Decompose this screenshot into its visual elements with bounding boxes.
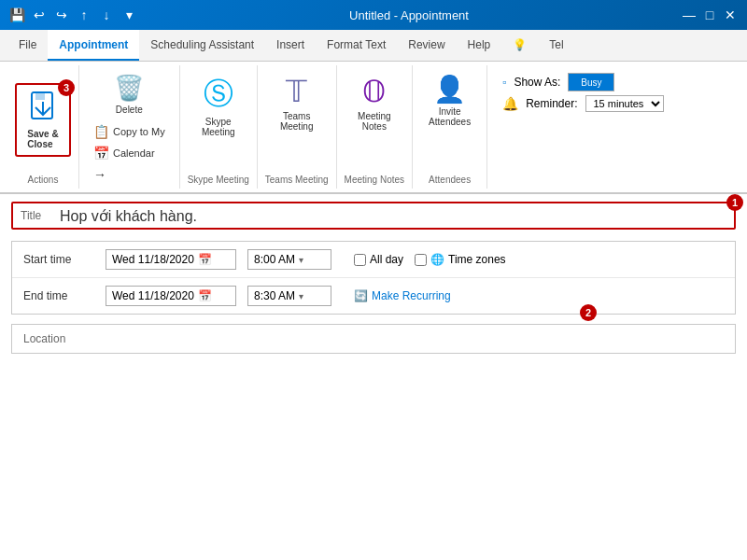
attendees-icon: 👤 <box>433 74 466 105</box>
start-time-arrow: ▾ <box>299 255 303 265</box>
title-badge: 1 <box>726 194 743 211</box>
tab-help[interactable]: Help <box>457 30 502 61</box>
dropdown-icon[interactable]: ▾ <box>120 6 138 24</box>
tab-more[interactable]: Tel <box>538 30 574 61</box>
title-row: Title <box>11 202 736 230</box>
up-icon[interactable]: ↑ <box>75 6 93 24</box>
skype-label: SkypeMeeting <box>202 117 235 137</box>
skype-meeting-button[interactable]: Ⓢ SkypeMeeting <box>193 69 244 142</box>
calendar-icon: 📅 <box>198 253 212 266</box>
calendar-icon: 📅 <box>93 146 109 161</box>
time-options: All day 🌐 Time zones <box>354 253 506 266</box>
delete-group: 🗑️ Delete 📋 Copy to My 📅 Calendar → <box>79 65 180 189</box>
notes-group: 𝕆 MeetingNotes Meeting Notes <box>337 65 413 189</box>
start-time-label: Start time <box>23 253 98 266</box>
timezones-label: Time zones <box>448 253 506 266</box>
title-bar: 💾 ↩ ↪ ↑ ↓ ▾ Untitled - Appointment — □ ✕ <box>0 0 747 30</box>
end-time-arrow: ▾ <box>299 291 303 301</box>
allday-label: All day <box>370 253 403 266</box>
title-label: Title <box>21 209 49 222</box>
forward-button[interactable]: → <box>87 164 172 185</box>
attendees-group: 👤 InviteAttendees Attendees <box>413 65 487 189</box>
tab-scheduling[interactable]: Scheduling Assistant <box>139 30 265 61</box>
bell-icon: 🔔 <box>502 96 518 111</box>
actions-group-label: Actions <box>28 175 59 185</box>
ribbon-tabs: File Appointment Scheduling Assistant In… <box>0 30 747 62</box>
window-title: Untitled - Appointment <box>146 8 672 22</box>
close-icon[interactable]: ✕ <box>721 6 740 24</box>
teams-icon: 𝕋 <box>286 74 307 109</box>
reminder-dropdown[interactable]: 15 minutes <box>585 95 664 112</box>
globe-icon: 🌐 <box>430 253 444 266</box>
start-time-row: Start time Wed 11/18/2020 📅 8:00 AM ▾ Al… <box>12 242 735 277</box>
copy-label: Copy to My <box>113 126 165 137</box>
skype-group: Ⓢ SkypeMeeting Skype Meeting <box>180 65 258 189</box>
end-time-badge: 2 <box>580 304 597 321</box>
start-time-picker[interactable]: 8:00 AM ▾ <box>247 249 331 270</box>
skype-group-label: Skype Meeting <box>188 175 249 185</box>
minimize-icon[interactable]: — <box>680 6 698 24</box>
copy-to-calendar-button[interactable]: 📋 Copy to My <box>87 121 172 142</box>
meeting-notes-button[interactable]: 𝕆 MeetingNotes <box>349 69 400 136</box>
allday-row: All day <box>354 253 403 266</box>
save-close-group: Save &Close 3 Actions <box>7 65 79 189</box>
forward-icon: → <box>93 167 106 182</box>
timezones-checkbox[interactable] <box>415 254 427 266</box>
calendar-label: Calendar <box>113 147 155 159</box>
teams-meeting-button[interactable]: 𝕋 TeamsMeeting <box>272 69 322 136</box>
delete-button[interactable]: 🗑️ Delete <box>106 69 152 119</box>
start-date-picker[interactable]: Wed 11/18/2020 📅 <box>106 249 236 270</box>
tab-file[interactable]: File <box>7 30 48 61</box>
end-date-value: Wed 11/18/2020 <box>112 289 194 302</box>
content-area: Title 1 Start time Wed 11/18/2020 📅 8:00… <box>0 194 747 560</box>
end-date-picker[interactable]: Wed 11/18/2020 📅 <box>106 286 236 306</box>
teams-group-label: Teams Meeting <box>265 175 329 185</box>
attendees-label: InviteAttendees <box>429 106 471 127</box>
tab-format[interactable]: Format Text <box>316 30 397 61</box>
make-recurring-button[interactable]: 🔄 Make Recurring <box>354 289 451 302</box>
save-close-icon <box>28 91 58 127</box>
tab-review[interactable]: Review <box>397 30 456 61</box>
title-section: Title 1 <box>11 202 736 230</box>
show-as-row: ▫ Show As: Busy <box>502 73 725 91</box>
location-row: Location <box>11 324 736 354</box>
busy-value: Busy <box>581 77 601 88</box>
start-date-value: Wed 11/18/2020 <box>112 253 194 266</box>
copy-icon: 📋 <box>93 124 109 139</box>
maximize-icon[interactable]: □ <box>700 6 719 24</box>
attendees-group-label: Attendees <box>429 175 471 185</box>
calendar-end-icon: 📅 <box>198 289 212 302</box>
show-as-icon: ▫ <box>502 76 506 89</box>
end-time-value: 8:30 AM <box>254 289 295 302</box>
invite-attendees-button[interactable]: 👤 InviteAttendees <box>420 69 479 132</box>
options-group: ▫ Show As: Busy 🔔 Reminder: 15 minutes O… <box>487 65 740 189</box>
busy-dropdown[interactable]: Busy <box>568 73 614 91</box>
end-time-picker[interactable]: 8:30 AM ▾ <box>247 286 331 306</box>
notes-label: MeetingNotes <box>358 111 391 132</box>
start-time-value: 8:00 AM <box>254 253 295 266</box>
tab-appointment[interactable]: Appointment <box>48 30 139 61</box>
delete-icon: 🗑️ <box>114 74 144 103</box>
undo-icon[interactable]: ↩ <box>30 6 49 24</box>
notes-group-label: Meeting Notes <box>345 175 404 185</box>
tab-lightbulb[interactable]: 💡 <box>501 30 538 61</box>
tab-insert[interactable]: Insert <box>265 30 316 61</box>
teams-group: 𝕋 TeamsMeeting Teams Meeting <box>258 65 337 189</box>
redo-icon[interactable]: ↪ <box>52 6 71 24</box>
location-label: Location <box>23 332 65 345</box>
reminder-row: 🔔 Reminder: 15 minutes <box>502 95 725 112</box>
save-close-button[interactable]: Save &Close 3 <box>15 83 71 157</box>
down-icon[interactable]: ↓ <box>97 6 116 24</box>
onenote-icon: 𝕆 <box>362 74 386 109</box>
quick-access-toolbar: 💾 ↩ ↪ ↑ ↓ ▾ <box>7 6 138 24</box>
save-icon[interactable]: 💾 <box>7 6 26 24</box>
ribbon: Save &Close 3 Actions 🗑️ Delete 📋 Copy t… <box>0 62 747 194</box>
title-input[interactable] <box>60 207 726 224</box>
show-as-label: Show As: <box>514 76 560 89</box>
window-controls[interactable]: — □ ✕ <box>680 6 740 24</box>
end-time-label: End time <box>23 289 98 302</box>
copy-calendar-sub[interactable]: 📅 Calendar <box>87 143 172 163</box>
recurring-icon: 🔄 <box>354 289 368 302</box>
allday-checkbox[interactable] <box>354 254 366 266</box>
save-close-label: Save &Close <box>27 129 58 149</box>
